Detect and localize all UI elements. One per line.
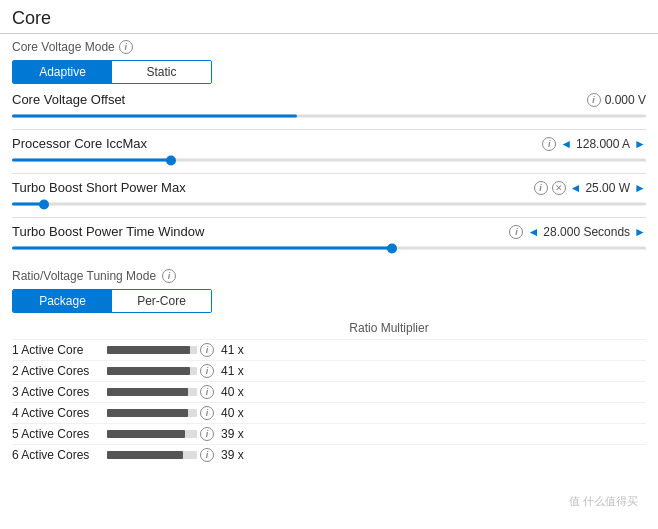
iccmax-slider[interactable] xyxy=(12,155,646,165)
divider-2 xyxy=(12,173,646,174)
slider-fill xyxy=(12,115,297,118)
ratio-col-header: Ratio Multiplier xyxy=(12,319,646,339)
slider-thumb[interactable] xyxy=(387,243,397,253)
iccmax-label: Processor Core IccMax xyxy=(12,136,506,151)
time-window-row: Turbo Boost Power Time Window i ◄ 28.000… xyxy=(12,222,646,241)
ratio-row: 6 Active Cores i 39 x xyxy=(12,444,646,465)
voltage-mode-label: Core Voltage Mode i xyxy=(12,34,646,56)
voltage-mode-toggle[interactable]: Adaptive Static xyxy=(12,60,212,84)
ratio-value: 40 x xyxy=(221,406,244,420)
voltage-mode-info-icon: i xyxy=(119,40,133,54)
time-window-label: Turbo Boost Power Time Window xyxy=(12,224,506,239)
core-voltage-offset-row: Core Voltage Offset i 0.000 V xyxy=(12,90,646,109)
ratio-row: 4 Active Cores i 40 x xyxy=(12,402,646,423)
ratio-info-icon: i xyxy=(200,448,214,462)
ratio-info-icon-cell: i xyxy=(197,343,217,357)
ratio-bar xyxy=(107,451,197,459)
ratio-info-icon: i xyxy=(200,427,214,441)
time-window-slider[interactable] xyxy=(12,243,646,253)
watermark: 值 什么值得买 xyxy=(569,494,638,509)
ratio-row-label: 1 Active Core xyxy=(12,343,107,357)
divider-3 xyxy=(12,217,646,218)
ratio-bar-fill xyxy=(107,367,190,375)
ratio-row: 2 Active Cores i 41 x xyxy=(12,360,646,381)
ratio-row-label: 2 Active Cores xyxy=(12,364,107,378)
iccmax-value: 128.000 A xyxy=(576,137,630,151)
time-window-value-group: i ◄ 28.000 Seconds ► xyxy=(506,225,646,239)
page-title: Core xyxy=(0,0,658,34)
ratio-row-label: 5 Active Cores xyxy=(12,427,107,441)
ratio-info-icon-cell: i xyxy=(197,427,217,441)
ratio-row: 1 Active Core i 41 x xyxy=(12,339,646,360)
ratio-info-icon: i xyxy=(200,385,214,399)
short-power-slider[interactable] xyxy=(12,199,646,209)
iccmax-row: Processor Core IccMax i ◄ 128.000 A ► xyxy=(12,134,646,153)
ratio-bar xyxy=(107,409,197,417)
iccmax-value-group: i ◄ 128.000 A ► xyxy=(506,137,646,151)
time-window-right-arrow[interactable]: ► xyxy=(634,225,646,239)
slider-thumb[interactable] xyxy=(39,199,49,209)
short-power-value: 25.00 W xyxy=(585,181,630,195)
ratio-row: 5 Active Cores i 39 x xyxy=(12,423,646,444)
iccmax-right-arrow[interactable]: ► xyxy=(634,137,646,151)
slider-thumb[interactable] xyxy=(166,155,176,165)
ratio-mode-header: Ratio/Voltage Tuning Mode i xyxy=(12,269,646,283)
short-power-x-icon: ✕ xyxy=(552,181,566,195)
ratio-value: 41 x xyxy=(221,364,244,378)
ratio-bar-fill xyxy=(107,346,190,354)
ratio-value: 39 x xyxy=(221,448,244,462)
short-power-right-arrow[interactable]: ► xyxy=(634,181,646,195)
slider-track xyxy=(12,159,646,162)
core-voltage-offset-value: 0.000 V xyxy=(605,93,646,107)
core-voltage-offset-info-icon: i xyxy=(587,93,601,107)
ratio-value: 40 x xyxy=(221,385,244,399)
short-power-label: Turbo Boost Short Power Max xyxy=(12,180,506,195)
divider-1 xyxy=(12,129,646,130)
core-voltage-offset-value-group: i 0.000 V xyxy=(506,93,646,107)
ratio-bar-fill xyxy=(107,409,188,417)
ratio-bar xyxy=(107,388,197,396)
slider-track xyxy=(12,203,646,206)
ratio-info-icon: i xyxy=(200,364,214,378)
ratio-value: 41 x xyxy=(221,343,244,357)
ratio-bar xyxy=(107,430,197,438)
voltage-mode-static-btn[interactable]: Static xyxy=(112,61,211,83)
core-voltage-offset-slider[interactable] xyxy=(12,111,646,121)
ratio-mode-toggle[interactable]: Package Per-Core xyxy=(12,289,212,313)
ratio-mode-info-icon: i xyxy=(162,269,176,283)
iccmax-info-icon: i xyxy=(542,137,556,151)
ratio-value: 39 x xyxy=(221,427,244,441)
slider-track xyxy=(12,115,646,118)
ratio-info-icon-cell: i xyxy=(197,448,217,462)
ratio-mode-package-btn[interactable]: Package xyxy=(13,290,112,312)
ratio-row-label: 3 Active Cores xyxy=(12,385,107,399)
slider-fill xyxy=(12,159,171,162)
ratio-mode-percore-btn[interactable]: Per-Core xyxy=(112,290,211,312)
short-power-info-icon: i xyxy=(534,181,548,195)
ratio-mode-label: Ratio/Voltage Tuning Mode xyxy=(12,269,156,283)
short-power-left-arrow[interactable]: ◄ xyxy=(570,181,582,195)
slider-fill xyxy=(12,247,392,250)
ratio-bar xyxy=(107,367,197,375)
ratio-bar-fill xyxy=(107,451,183,459)
time-window-left-arrow[interactable]: ◄ xyxy=(527,225,539,239)
ratio-row-label: 4 Active Cores xyxy=(12,406,107,420)
slider-track xyxy=(12,247,646,250)
ratio-bar-fill xyxy=(107,388,188,396)
short-power-row: Turbo Boost Short Power Max i ✕ ◄ 25.00 … xyxy=(12,178,646,197)
ratio-bar-fill xyxy=(107,430,185,438)
core-voltage-offset-label: Core Voltage Offset xyxy=(12,92,506,107)
time-window-info-icon: i xyxy=(509,225,523,239)
ratio-bar xyxy=(107,346,197,354)
ratio-info-icon-cell: i xyxy=(197,406,217,420)
voltage-mode-adaptive-btn[interactable]: Adaptive xyxy=(13,61,112,83)
iccmax-left-arrow[interactable]: ◄ xyxy=(560,137,572,151)
ratio-row: 3 Active Cores i 40 x xyxy=(12,381,646,402)
ratio-info-icon: i xyxy=(200,343,214,357)
short-power-value-group: i ✕ ◄ 25.00 W ► xyxy=(506,181,646,195)
ratio-info-icon-cell: i xyxy=(197,385,217,399)
ratio-table: 1 Active Core i 41 x 2 Active Cores i 41… xyxy=(12,339,646,465)
ratio-info-icon: i xyxy=(200,406,214,420)
ratio-section: Ratio/Voltage Tuning Mode i Package Per-… xyxy=(0,261,658,465)
ratio-info-icon-cell: i xyxy=(197,364,217,378)
